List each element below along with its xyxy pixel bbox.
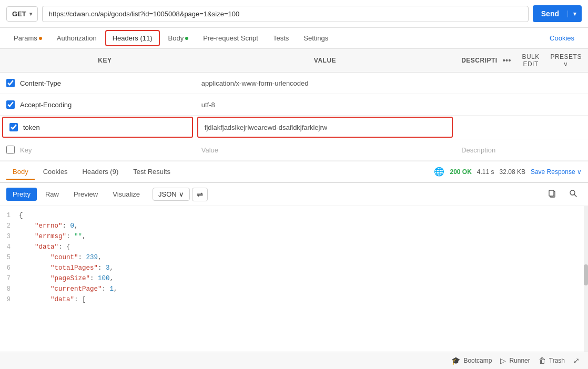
col-header-desc: DESCRIPTI ••• Bulk Edit Presets ∨ <box>455 49 588 73</box>
col-header-key: KEY <box>0 49 195 73</box>
expand-button[interactable]: ⤢ <box>573 356 580 365</box>
resp-tab-test-results[interactable]: Test Results <box>127 165 177 179</box>
request-tabs: Params Authorization Headers (11) Body P… <box>0 28 588 49</box>
response-body-code[interactable]: 1 { 2 "errno": 0, 3 "errmsg": "", 4 " <box>0 206 588 311</box>
value-cell-accept-encoding: utf-8 <box>195 94 455 116</box>
fmt-visualize[interactable]: Visualize <box>106 188 146 201</box>
method-label: GET <box>12 10 26 18</box>
fmt-preview[interactable]: Preview <box>67 188 104 201</box>
checkbox-content-type[interactable] <box>6 79 15 87</box>
send-label: Send <box>533 9 567 18</box>
scrollbar-thumb[interactable] <box>584 264 588 285</box>
tab-headers[interactable]: Headers (11) <box>105 30 160 46</box>
tab-authorization[interactable]: Authorization <box>49 29 104 47</box>
bootcamp-icon: 🎓 <box>451 356 460 365</box>
code-line-1: 1 { <box>0 211 588 222</box>
tab-body[interactable]: Body <box>161 29 196 47</box>
fmt-pretty[interactable]: Pretty <box>6 188 37 201</box>
scrollbar-track <box>584 206 588 352</box>
resp-tab-body[interactable]: Body <box>6 165 35 180</box>
tab-pre-request[interactable]: Pre-request Script <box>196 29 266 47</box>
format-row-right <box>544 187 582 201</box>
key-cell-empty: Key <box>0 139 195 161</box>
runner-icon: ▷ <box>500 356 506 365</box>
send-chevron-icon: ▾ <box>567 11 582 17</box>
globe-icon: 🌐 <box>434 167 444 177</box>
copy-icon[interactable] <box>544 187 561 201</box>
resp-tab-headers[interactable]: Headers (9) <box>76 165 125 179</box>
bottom-bar: 🎓 Bootcamp ▷ Runner 🗑 Trash ⤢ <box>0 352 588 369</box>
status-badge: 200 OK <box>450 168 471 176</box>
json-format-select[interactable]: JSON ∨ <box>153 188 190 201</box>
upper-section: GET ▾ Send ▾ Params Authorization Header… <box>0 0 588 161</box>
fmt-raw[interactable]: Raw <box>39 188 65 201</box>
presets-button[interactable]: Presets ∨ <box>550 53 582 68</box>
url-input[interactable] <box>42 6 529 22</box>
response-tabs: Body Cookies Headers (9) Test Results 🌐 … <box>0 161 588 183</box>
bulk-edit-button[interactable]: Bulk Edit <box>516 53 545 68</box>
header-row-empty: Key Value Description <box>0 139 588 161</box>
send-button[interactable]: Send ▾ <box>533 5 582 22</box>
save-response-button[interactable]: Save Response ∨ <box>531 168 582 176</box>
key-cell-accept-encoding: Accept-Encoding <box>0 94 195 116</box>
code-line-4: 4 "data": { <box>0 243 588 253</box>
header-row-accept-encoding: Accept-Encoding utf-8 <box>0 94 588 116</box>
more-options-icon[interactable]: ••• <box>503 56 511 65</box>
checkbox-token[interactable] <box>9 123 18 131</box>
key-cell-content-type: Content-Type <box>0 73 195 94</box>
params-dot <box>39 37 42 40</box>
url-bar: GET ▾ Send ▾ <box>0 0 588 28</box>
lower-section: Body Cookies Headers (9) Test Results 🌐 … <box>0 161 588 369</box>
value-cell-token: fjdlakfjadslkejrlwearewd-dsafldkjfarklej… <box>195 116 455 139</box>
checkbox-empty[interactable] <box>6 146 15 154</box>
method-chevron-icon: ▾ <box>29 11 32 17</box>
search-icon[interactable] <box>565 187 582 201</box>
tab-tests[interactable]: Tests <box>266 29 296 47</box>
tab-params[interactable]: Params <box>6 29 49 47</box>
headers-table: KEY VALUE DESCRIPTI ••• Bulk Edit Preset… <box>0 49 588 161</box>
checkbox-accept-encoding[interactable] <box>6 100 15 109</box>
value-cell-empty: Value <box>195 139 455 161</box>
col-header-value: VALUE <box>195 49 455 73</box>
method-select[interactable]: GET ▾ <box>6 6 38 22</box>
code-wrapper: 1 { 2 "errno": 0, 3 "errmsg": "", 4 " <box>0 206 588 352</box>
runner-button[interactable]: ▷ Runner <box>500 356 530 365</box>
expand-icon: ⤢ <box>573 356 580 365</box>
code-line-9: 9 "data": [ <box>0 295 588 306</box>
tab-cookies[interactable]: Cookies <box>542 29 582 47</box>
header-row-token: token fjdlakfjadslkejrlwearewd-dsafldkjf… <box>0 116 588 139</box>
desc-cell-empty: Description <box>455 139 588 161</box>
resp-tab-cookies[interactable]: Cookies <box>37 165 74 179</box>
code-line-3: 3 "errmsg": "", <box>0 232 588 243</box>
desc-cell-accept-encoding <box>455 94 588 116</box>
value-cell-content-type: application/x-www-form-urlencoded <box>195 73 455 94</box>
svg-line-3 <box>574 194 576 197</box>
bootcamp-button[interactable]: 🎓 Bootcamp <box>451 356 492 365</box>
key-cell-token: token <box>0 116 195 139</box>
svg-rect-1 <box>549 190 554 196</box>
app-container: GET ▾ Send ▾ Params Authorization Header… <box>0 0 588 369</box>
code-line-6: 6 "totalPages": 3, <box>0 264 588 274</box>
format-row: Pretty Raw Preview Visualize JSON ∨ ⇌ <box>0 183 588 206</box>
code-line-5: 5 "count": 239, <box>0 253 588 264</box>
response-time: 4.11 s <box>477 168 494 176</box>
code-line-8: 8 "currentPage": 1, <box>0 285 588 295</box>
code-line-7: 7 "pageSize": 100, <box>0 274 588 285</box>
response-meta: 🌐 200 OK 4.11 s 32.08 KB Save Response ∨ <box>434 167 582 177</box>
desc-cell-token <box>455 116 588 139</box>
code-line-2: 2 "errno": 0, <box>0 222 588 232</box>
header-row-content-type: Content-Type application/x-www-form-urle… <box>0 73 588 94</box>
response-size: 32.08 KB <box>500 168 525 176</box>
tab-settings[interactable]: Settings <box>296 29 336 47</box>
body-dot <box>185 37 188 40</box>
desc-cell-content-type <box>455 73 588 94</box>
trash-button[interactable]: 🗑 Trash <box>539 356 565 365</box>
wrap-icon[interactable]: ⇌ <box>192 188 208 201</box>
trash-icon: 🗑 <box>539 356 546 365</box>
